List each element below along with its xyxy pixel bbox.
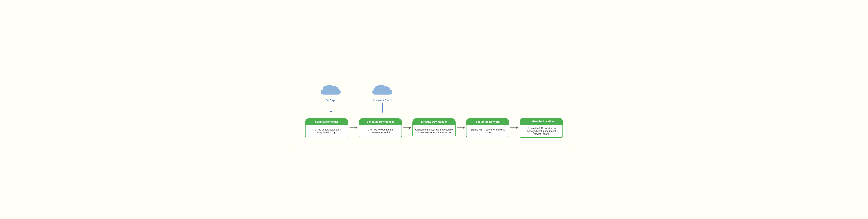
step-setup-network-header: Set up the Network — [466, 118, 509, 125]
cloud-git-repo-arrow — [330, 103, 332, 113]
arrow-line-2 — [382, 103, 382, 111]
arrow-3-4-head — [463, 127, 465, 129]
cloud-microsoft-label: Microsoft Cloud — [373, 99, 392, 102]
step-script-downloader: Script Downloader Cron job to download l… — [305, 118, 348, 137]
arrow-4-5 — [510, 127, 519, 129]
arrow-4-5-head — [517, 127, 519, 129]
arrow-2-3 — [403, 127, 411, 129]
step-script-downloader-body: Cron job to download latest downloader s… — [305, 125, 348, 137]
arrow-4-5-line — [510, 128, 517, 128]
cloud-git-repo: Git Repo — [305, 81, 357, 113]
arrow-head — [330, 111, 332, 113]
step-execute-downloader-body: Configure the settings and execute the d… — [412, 125, 456, 137]
cloud-git-repo-label: Git Repo — [326, 99, 336, 102]
step-execute-downloader: Execute Downloader Configure the setting… — [412, 118, 456, 137]
arrow-3-4 — [457, 127, 465, 129]
arrow-3-4-line — [457, 128, 463, 128]
arrow-1-2 — [349, 127, 358, 129]
arrow-1-2-line — [349, 128, 355, 128]
step-script-downloader-header: Script Downloader — [305, 118, 348, 125]
step-execute-downloader-header: Execute Downloader — [412, 118, 456, 125]
arrow-1-2-head — [355, 127, 358, 129]
arrow-2-3-line — [403, 128, 409, 128]
arrow-2-3-head — [409, 127, 411, 129]
step-setup-network-body: Enable HTTP server or network share — [466, 125, 509, 137]
step-update-location-body: Update the URL location in managed confi… — [520, 125, 563, 138]
steps-row: Script Downloader Cron job to download l… — [305, 118, 563, 138]
step-update-location-header: Update the Location — [520, 118, 563, 125]
step-schedule-downloader: Schedule Downloader Cron job to execute … — [359, 118, 402, 137]
step-schedule-downloader-header: Schedule Downloader — [359, 118, 402, 125]
step-update-location: Update the Location Update the URL locat… — [520, 118, 563, 138]
arrow-head-2 — [381, 111, 383, 113]
arrow-line — [331, 103, 331, 111]
cloud-microsoft-arrow — [381, 103, 383, 113]
main-diagram: Git Repo Microsoft Cloud Script Downlo — [305, 81, 563, 138]
diagram-container: Git Repo Microsoft Cloud Script Downlo — [293, 73, 575, 146]
step-schedule-downloader-body: Cron job to execute the downloader scrip… — [359, 125, 402, 137]
cloud-git-repo-icon — [319, 81, 343, 98]
step-setup-network: Set up the Network Enable HTTP server or… — [466, 118, 509, 137]
cloud-microsoft: Microsoft Cloud — [357, 81, 408, 113]
cloud-microsoft-icon — [370, 81, 395, 98]
